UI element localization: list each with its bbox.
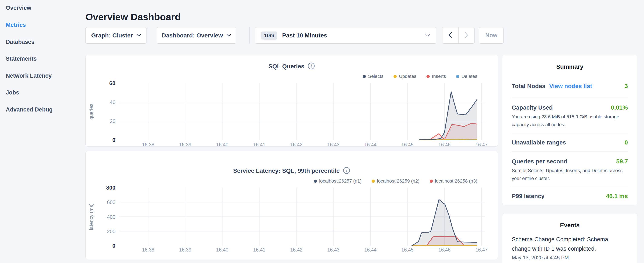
legend-item: localhost:26257 (n1) [314, 178, 362, 184]
graph-dropdown-label: Graph: Cluster [91, 32, 133, 39]
divider [512, 151, 628, 152]
legend-label: localhost:26257 (n1) [319, 178, 362, 184]
summary-value: 0 [624, 139, 628, 146]
summary-row-p99-latency: P99 latency 46.1 ms [512, 192, 628, 200]
time-forward-button[interactable] [458, 28, 474, 43]
sidebar-item-jobs[interactable]: Jobs [6, 89, 19, 96]
summary-value: 0.01% [611, 104, 628, 112]
events-panel: Events Schema Change Completed: Schema c… [502, 213, 638, 263]
legend-dot-updates [394, 75, 397, 78]
time-pager [442, 27, 474, 44]
svg-text:16:41: 16:41 [253, 247, 266, 252]
graph-dropdown[interactable]: Graph: Cluster [86, 27, 147, 44]
page-title: Overview Dashboard [86, 12, 181, 23]
svg-text:16:38: 16:38 [142, 247, 154, 252]
sidebar-item-overview[interactable]: Overview [6, 4, 31, 12]
dashboard-dropdown-label: Dashboard: Overview [162, 32, 223, 39]
legend-label: localhost:26258 (n3) [435, 178, 477, 184]
summary-label: Total Nodes [512, 82, 545, 90]
chart-title-row: Service Latency: SQL, 99th percentile i [86, 167, 498, 175]
legend-item: Selects [363, 74, 383, 79]
svg-text:16:45: 16:45 [402, 142, 414, 147]
svg-text:16:46: 16:46 [438, 142, 451, 147]
svg-text:0: 0 [112, 242, 116, 249]
svg-text:16:45: 16:45 [402, 247, 414, 252]
svg-text:i: i [311, 64, 312, 68]
legend-item: localhost:26259 (n2) [372, 178, 419, 184]
chevron-down-icon [425, 34, 430, 38]
summary-row-unavailable-ranges: Unavailable ranges 0 [512, 139, 628, 146]
toolbar-divider [249, 27, 250, 44]
svg-text:16:40: 16:40 [216, 247, 228, 252]
sidebar-item-network-latency[interactable]: Network Latency [6, 72, 52, 80]
legend-dot-inserts [426, 75, 430, 78]
legend-label: localhost:26259 (n2) [377, 178, 419, 184]
svg-text:i: i [346, 168, 347, 173]
summary-row-total-nodes: Total Nodes View nodes list 3 [512, 82, 628, 90]
legend-dot-n2 [372, 180, 375, 183]
sidebar-item-metrics[interactable]: Metrics [6, 21, 26, 29]
chart-legend: Selects Updates Inserts Deletes [363, 74, 477, 79]
chart-legend: localhost:26257 (n1) localhost:26259 (n2… [314, 178, 477, 184]
dashboard-dropdown[interactable]: Dashboard: Overview [157, 27, 236, 44]
chevron-left-icon [448, 32, 452, 39]
svg-text:16:42: 16:42 [290, 142, 302, 147]
svg-text:queries: queries [88, 104, 94, 120]
chart-title: SQL Queries [268, 63, 304, 70]
legend-dot-n1 [314, 180, 317, 183]
svg-text:16:47: 16:47 [476, 247, 488, 252]
chevron-down-icon [227, 34, 231, 38]
chart-title-row: SQL Queries i [86, 62, 498, 71]
summary-label: Queries per second [512, 158, 567, 165]
now-button[interactable]: Now [479, 27, 504, 44]
svg-text:400: 400 [107, 214, 116, 220]
svg-text:16:46: 16:46 [438, 247, 451, 252]
svg-text:200: 200 [107, 228, 116, 234]
service-latency-card: 16:3816:3916:4016:4116:4216:4316:4416:45… [86, 151, 498, 259]
time-range-dropdown[interactable]: 10m Past 10 Minutes [255, 27, 436, 44]
divider [512, 133, 628, 133]
svg-text:16:39: 16:39 [179, 247, 191, 252]
legend-item: Deletes [456, 74, 477, 79]
sidebar-item-databases[interactable]: Databases [6, 38, 34, 46]
legend-dot-deletes [456, 75, 459, 78]
chart-title: Service Latency: SQL, 99th percentile [233, 167, 340, 174]
events-title: Events [512, 221, 628, 229]
svg-text:latency (ms): latency (ms) [88, 203, 94, 230]
summary-title: Summary [512, 63, 628, 71]
view-nodes-list-link[interactable]: View nodes list [549, 82, 592, 90]
legend-label: Selects [368, 74, 383, 79]
summary-subtext: Sum of Selects, Updates, Inserts, and De… [512, 167, 628, 182]
chevron-right-icon [464, 32, 468, 39]
legend-label: Inserts [432, 74, 446, 79]
divider [512, 98, 628, 98]
svg-text:60: 60 [109, 80, 116, 86]
svg-text:600: 600 [107, 199, 116, 205]
svg-text:16:40: 16:40 [216, 142, 228, 147]
sidebar-item-advanced-debug[interactable]: Advanced Debug [6, 106, 53, 113]
info-icon[interactable]: i [308, 62, 315, 71]
svg-text:16:39: 16:39 [179, 142, 191, 147]
svg-text:16:41: 16:41 [253, 142, 266, 147]
svg-text:16:44: 16:44 [364, 247, 376, 252]
legend-item: Updates [394, 74, 416, 79]
db-console-app: Overview Metrics Databases Statements Ne… [0, 0, 644, 263]
time-back-button[interactable] [442, 28, 458, 43]
legend-label: Deletes [461, 74, 477, 79]
sidebar-item-statements[interactable]: Statements [6, 55, 37, 63]
svg-text:800: 800 [106, 184, 116, 191]
info-icon[interactable]: i [343, 167, 350, 175]
legend-item: localhost:26258 (n3) [430, 178, 477, 184]
summary-subtext: You are using 28.6 MiB of 515.9 GiB usab… [512, 113, 628, 129]
svg-text:20: 20 [110, 118, 116, 124]
sql-queries-card: 16:3816:3916:4016:4116:4216:4316:4416:45… [86, 55, 498, 147]
legend-label: Updates [399, 74, 416, 79]
svg-text:16:47: 16:47 [476, 142, 488, 147]
summary-label: P99 latency [512, 192, 544, 200]
summary-value: 3 [624, 82, 628, 90]
svg-text:0: 0 [112, 137, 116, 143]
summary-value: 59.7 [616, 158, 628, 165]
summary-label: Capacity Used [512, 104, 553, 112]
time-range-badge: 10m [261, 32, 277, 40]
legend-dot-selects [363, 75, 366, 78]
